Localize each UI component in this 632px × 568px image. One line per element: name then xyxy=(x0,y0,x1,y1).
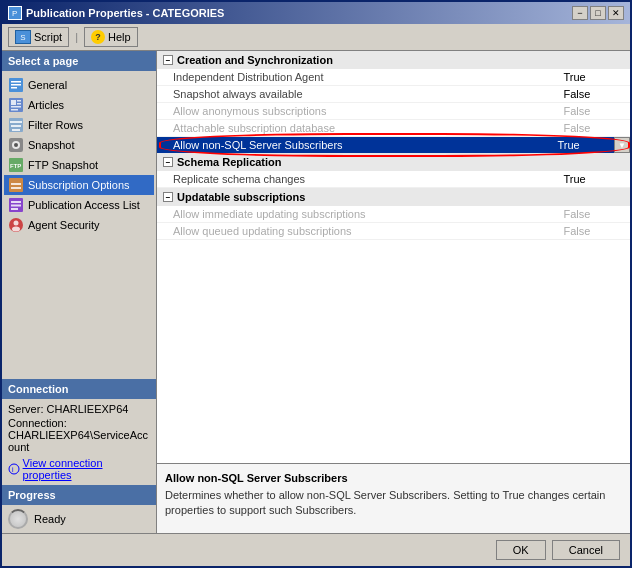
window-icon: P xyxy=(8,6,22,20)
connection-section-header: Connection xyxy=(2,379,156,399)
svg-rect-23 xyxy=(11,187,21,189)
title-buttons: − □ ✕ xyxy=(572,6,624,20)
cancel-button[interactable]: Cancel xyxy=(552,540,620,560)
svg-rect-25 xyxy=(11,201,21,203)
script-button[interactable]: S Script xyxy=(8,27,69,47)
prop-value-nonsql-subscribers: True ▼ xyxy=(557,137,630,154)
svg-rect-5 xyxy=(11,87,17,89)
minimize-button[interactable]: − xyxy=(572,6,588,20)
sidebar-item-general[interactable]: General xyxy=(4,75,154,95)
section-label-updatable: Updatable subscriptions xyxy=(177,191,305,203)
toolbar: S Script | ? Help xyxy=(2,24,630,51)
server-label: Server: CHARLIEEXP64 xyxy=(8,403,150,415)
help-icon: ? xyxy=(91,30,105,44)
prop-value-immediate-updating: False xyxy=(557,206,630,223)
svg-rect-15 xyxy=(12,129,20,131)
section-header-creation-sync: − Creation and Synchronization xyxy=(157,51,630,69)
table-row-snapshot-available: Snapshot always available False xyxy=(157,86,630,103)
connection-label: Connection: xyxy=(8,417,150,429)
connection-value: CHARLIEEXP64\ServiceAccount xyxy=(8,429,150,453)
table-row-nonsql-subscribers[interactable]: Allow non-SQL Server Subscribers True ▼ xyxy=(157,137,630,154)
sidebar-label-filter-rows: Filter Rows xyxy=(28,119,83,131)
properties-area: − Creation and Synchronization Independe… xyxy=(157,51,630,463)
script-label: Script xyxy=(34,31,62,43)
general-icon xyxy=(8,77,24,93)
prop-value-snapshot-available: False xyxy=(557,86,630,103)
view-connection-link[interactable]: i View connection properties xyxy=(8,457,150,481)
svg-rect-11 xyxy=(11,109,18,111)
sidebar-items: General Articles Filter Rows xyxy=(2,71,156,379)
publication-access-list-icon xyxy=(8,197,24,213)
svg-text:P: P xyxy=(12,9,17,18)
prop-name-independent-dist: Independent Distribution Agent xyxy=(157,69,557,86)
table-row-replicate-schema: Replicate schema changes True xyxy=(157,171,630,188)
subscription-options-icon xyxy=(8,177,24,193)
section-header-creation-sync-cell: − Creation and Synchronization xyxy=(163,54,624,66)
progress-spinner xyxy=(8,509,28,529)
svg-point-30 xyxy=(12,227,20,232)
prop-name-replicate-schema: Replicate schema changes xyxy=(157,171,557,188)
sidebar-label-general: General xyxy=(28,79,67,91)
close-button[interactable]: ✕ xyxy=(608,6,624,20)
section-header-schema-replication-cell: − Schema Replication xyxy=(163,156,624,168)
table-row-independent-dist: Independent Distribution Agent True xyxy=(157,69,630,86)
sidebar: Select a page General Articles xyxy=(2,51,157,533)
sidebar-label-subscription-options: Subscription Options xyxy=(28,179,130,191)
title-bar-left: P Publication Properties - CATEGORIES xyxy=(8,6,224,20)
svg-rect-14 xyxy=(11,125,21,127)
sidebar-label-snapshot: Snapshot xyxy=(28,139,74,151)
sidebar-item-snapshot[interactable]: Snapshot xyxy=(4,135,154,155)
prop-value-replicate-schema: True xyxy=(557,171,630,188)
section-header-updatable-cell: − Updatable subscriptions xyxy=(163,191,624,203)
table-row-anon-subscriptions: Allow anonymous subscriptions False xyxy=(157,103,630,120)
svg-rect-27 xyxy=(11,208,18,210)
prop-name-snapshot-available: Snapshot always available xyxy=(157,86,557,103)
prop-name-immediate-updating: Allow immediate updating subscriptions xyxy=(157,206,557,223)
ftp-snapshot-icon: FTP xyxy=(8,157,24,173)
sidebar-label-agent-security: Agent Security xyxy=(28,219,100,231)
table-row-immediate-updating: Allow immediate updating subscriptions F… xyxy=(157,206,630,223)
nonsql-dropdown-arrow[interactable]: ▼ xyxy=(614,137,630,153)
toolbar-separator: | xyxy=(73,31,80,43)
script-icon: S xyxy=(15,30,31,44)
svg-text:i: i xyxy=(12,466,14,473)
collapse-creation-sync-icon[interactable]: − xyxy=(163,55,173,65)
prop-value-queued-updating: False xyxy=(557,223,630,240)
window-title: Publication Properties - CATEGORIES xyxy=(26,7,224,19)
section-header-updatable: − Updatable subscriptions xyxy=(157,188,630,207)
description-title: Allow non-SQL Server Subscribers xyxy=(165,472,622,484)
section-label-schema-replication: Schema Replication xyxy=(177,156,282,168)
collapse-updatable-icon[interactable]: − xyxy=(163,192,173,202)
svg-rect-4 xyxy=(11,84,21,86)
svg-rect-7 xyxy=(11,100,16,105)
main-window: P Publication Properties - CATEGORIES − … xyxy=(0,0,632,568)
sidebar-label-articles: Articles xyxy=(28,99,64,111)
svg-rect-26 xyxy=(11,205,21,207)
properties-table: − Creation and Synchronization Independe… xyxy=(157,51,630,240)
sidebar-item-subscription-options[interactable]: Subscription Options xyxy=(4,175,154,195)
prop-name-anon-subscriptions: Allow anonymous subscriptions xyxy=(157,103,557,120)
svg-point-18 xyxy=(14,143,18,147)
main-content: Select a page General Articles xyxy=(2,51,630,533)
progress-section-header: Progress xyxy=(2,485,156,505)
svg-rect-10 xyxy=(11,106,21,108)
svg-rect-8 xyxy=(17,100,21,102)
help-label: Help xyxy=(108,31,131,43)
sidebar-item-agent-security[interactable]: Agent Security xyxy=(4,215,154,235)
filter-rows-icon xyxy=(8,117,24,133)
maximize-button[interactable]: □ xyxy=(590,6,606,20)
sidebar-item-ftp-snapshot[interactable]: FTP FTP Snapshot xyxy=(4,155,154,175)
svg-rect-22 xyxy=(11,183,21,185)
progress-status: Ready xyxy=(34,513,66,525)
collapse-schema-replication-icon[interactable]: − xyxy=(163,157,173,167)
svg-rect-13 xyxy=(10,121,22,123)
help-button[interactable]: ? Help xyxy=(84,27,138,47)
prop-value-attachable-db: False xyxy=(557,120,630,137)
nonsql-dropdown-cell: True ▼ xyxy=(557,137,630,153)
connection-info: Server: CHARLIEEXP64 Connection: CHARLIE… xyxy=(2,399,156,485)
sidebar-item-publication-access-list[interactable]: Publication Access List xyxy=(4,195,154,215)
ok-button[interactable]: OK xyxy=(496,540,546,560)
sidebar-header: Select a page xyxy=(2,51,156,71)
sidebar-item-filter-rows[interactable]: Filter Rows xyxy=(4,115,154,135)
sidebar-item-articles[interactable]: Articles xyxy=(4,95,154,115)
